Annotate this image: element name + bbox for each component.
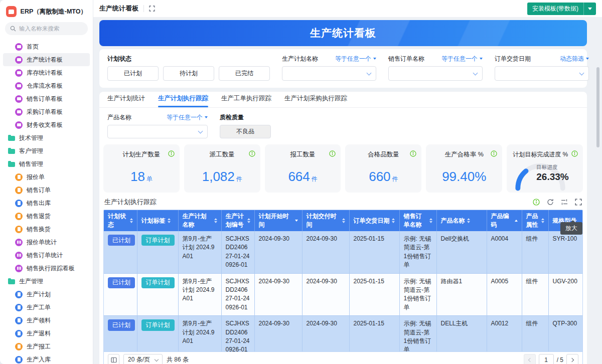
sidebar-group-sales[interactable]: 销售管理 (3, 157, 90, 170)
col-sales-order[interactable]: 销售订单名称 (399, 210, 436, 231)
dashboard-icon (15, 69, 23, 77)
info-icon[interactable] (410, 150, 416, 159)
col-product-code[interactable]: 产品编码 (487, 210, 522, 231)
col-plan-name[interactable]: 生产计划名称 (178, 210, 221, 231)
sidebar-item-purchase-order-dashboard[interactable]: 采购订单看板 (3, 105, 90, 118)
col-due-date[interactable]: 计划交付时间 (302, 210, 349, 231)
page-scrollbar[interactable] (596, 67, 599, 147)
prev-page-button[interactable] (524, 354, 536, 364)
tab-workorder-tracking[interactable]: 生产工单执行跟踪 (221, 94, 271, 107)
sidebar-item-work-report[interactable]: 生产报工 (3, 340, 90, 353)
sales-order-filter: 销售订单名称 等于任意一个 (388, 54, 483, 81)
status-planned-button[interactable]: 已计划 (107, 66, 159, 81)
tab-plan-stats[interactable]: 生产计划统计 (107, 94, 145, 107)
tag-badge: 订单计划 (141, 235, 175, 246)
sidebar-item-quotation[interactable]: 报价单 (3, 170, 90, 184)
delivery-date-operator[interactable]: 动态筛选 (560, 55, 589, 63)
sidebar-item-finance-dashboard[interactable]: 财务收支看板 (3, 118, 90, 131)
sales-order-operator[interactable]: 等于任意一个 (441, 55, 483, 63)
sidebar-item-sales-exchange[interactable]: 销售换货 (3, 223, 90, 236)
sort-icon (467, 218, 470, 223)
info-icon[interactable] (491, 150, 497, 159)
dashboard-icon (15, 95, 23, 103)
page-tab[interactable]: 生产统计看板 (99, 4, 138, 13)
sidebar-group-tech[interactable]: 技术管理 (3, 131, 90, 144)
fullscreen-icon[interactable] (149, 6, 155, 12)
table-title: 生产计划执行跟踪 (104, 198, 157, 207)
table-row[interactable]: 已计划 订单计划 第9月-生产计划 2024.9A01 SCJHXSDD2406… (104, 231, 582, 273)
col-product-name[interactable]: 产品名称 (436, 210, 487, 231)
plan-status-label: 计划状态 (107, 55, 131, 63)
install-dropdown-caret[interactable] (584, 8, 596, 10)
info-icon[interactable] (249, 150, 255, 159)
col-start-date[interactable]: 计划开始时间 (254, 210, 302, 231)
col-plan-tag[interactable]: 计划标签 (137, 210, 178, 231)
sort-icon (247, 218, 250, 223)
product-name-operator[interactable]: 等于任意一个 (167, 113, 208, 122)
total-count: 共 86 条 (167, 355, 189, 364)
sidebar-item-sales-order[interactable]: 销售订单 (3, 184, 90, 197)
col-plan-status[interactable]: 计划状态 (104, 210, 137, 231)
chevron-down-icon (367, 70, 372, 75)
table-row[interactable]: 已计划 订单计划 第9月-生产计划 2024.9A01 SCJHXSDD2406… (104, 316, 582, 351)
sidebar-group-customer[interactable]: 客户管理 (3, 144, 90, 157)
sidebar-item-warehouse-flow-dashboard[interactable]: 仓库流水看板 (3, 79, 90, 92)
current-page-input[interactable] (539, 354, 554, 364)
product-name-select[interactable] (107, 125, 208, 138)
refresh-icon[interactable] (547, 199, 554, 206)
status-finished-button[interactable]: 已完结 (219, 66, 270, 81)
status-pending-button[interactable]: 待计划 (163, 66, 214, 81)
tab-purchase-tracking[interactable]: 生产计划采购执行跟踪 (284, 94, 347, 107)
delivery-date-select[interactable] (495, 66, 589, 81)
info-icon[interactable] (571, 150, 578, 159)
document-icon (15, 213, 23, 220)
sales-order-select[interactable] (388, 66, 483, 81)
sidebar-item-production-dashboard[interactable]: 生产统计看板 (3, 53, 90, 66)
next-page-button[interactable] (566, 354, 578, 364)
install-template-button[interactable]: 安装模板(带数据) (527, 3, 596, 15)
bar-chart-icon (15, 239, 23, 246)
sidebar-item-production-workorder[interactable]: 生产工单 (3, 301, 90, 314)
sidebar-group-production[interactable]: 生产管理 (3, 275, 90, 288)
sidebar-item-production-plan[interactable]: 生产计划 (3, 288, 90, 301)
table-toolbar: 生产计划执行跟踪 (103, 193, 583, 210)
main-panel: 生产计划统计 生产计划执行跟踪 生产工单执行跟踪 生产计划采购执行跟踪 产品名称… (99, 92, 587, 364)
defective-button[interactable]: 不良品 (220, 125, 271, 138)
tab-plan-tracking[interactable]: 生产计划执行跟踪 (158, 94, 208, 107)
sidebar-search[interactable] (5, 22, 88, 35)
page-size-select[interactable]: 20 条/页 (123, 354, 163, 364)
plan-name-select[interactable] (282, 66, 376, 81)
bar-chart-icon (15, 265, 23, 272)
dashboard-icon (15, 108, 23, 116)
info-icon[interactable] (533, 199, 540, 206)
sidebar-menu: 首页 生产统计看板 库存统计看板 仓库流水看板 销售订单看板 采购订单看板 财务… (0, 39, 93, 364)
display-settings-icon[interactable] (561, 199, 568, 206)
plan-name-operator[interactable]: 等于任意一个 (335, 55, 376, 63)
dashboard-banner: 生产统计看板 (99, 20, 587, 46)
sidebar-item-production-inbound[interactable]: 生产入库 (3, 353, 90, 364)
info-icon[interactable] (329, 150, 336, 159)
table-viewport[interactable]: 计划状态 计划标签 生产计划名称 生产计划编号 计划开始时间 计划交付时间 订单… (104, 210, 582, 351)
sidebar-item-sales-outbound[interactable]: 销售出库 (3, 197, 90, 210)
search-input[interactable] (19, 26, 79, 32)
sort-desc-icon (295, 220, 298, 222)
sidebar-item-home[interactable]: 首页 (3, 40, 90, 53)
expand-icon[interactable] (575, 199, 582, 206)
table-section: 生产计划执行跟踪 放大 (99, 193, 587, 364)
info-icon[interactable] (168, 150, 175, 159)
sidebar-item-sales-order-stats[interactable]: 销售订单统计 (3, 249, 90, 262)
col-plan-code[interactable]: 生产计划编号 (221, 210, 254, 231)
sidebar-item-material-return[interactable]: 生产退料 (3, 327, 90, 340)
sidebar-item-quotation-stats[interactable]: 报价单统计 (3, 236, 90, 249)
col-product-attr[interactable]: 产品属性 (522, 210, 548, 231)
quality-filter: 质检质量 不良品 (220, 113, 271, 138)
sidebar-item-inventory-dashboard[interactable]: 库存统计看板 (3, 66, 90, 79)
sidebar-item-material-requisition[interactable]: 生产领料 (3, 314, 90, 327)
column-display-button[interactable] (108, 354, 119, 364)
sidebar-item-sales-return[interactable]: 销售退货 (3, 210, 90, 223)
kpi-row: 计划生产数量 18单 派工数量 1,082件 报工数量 664件 (99, 138, 587, 193)
table-row[interactable]: 已计划 订单计划 第9月-生产计划 2024.9A01 SCJHXSDD2406… (104, 273, 582, 316)
sidebar-item-sales-tracking-dashboard[interactable]: 销售执行跟踪看板 (3, 262, 90, 275)
col-order-date[interactable]: 订单交货日期 (349, 210, 399, 231)
sidebar-item-sales-order-dashboard[interactable]: 销售订单看板 (3, 92, 90, 105)
